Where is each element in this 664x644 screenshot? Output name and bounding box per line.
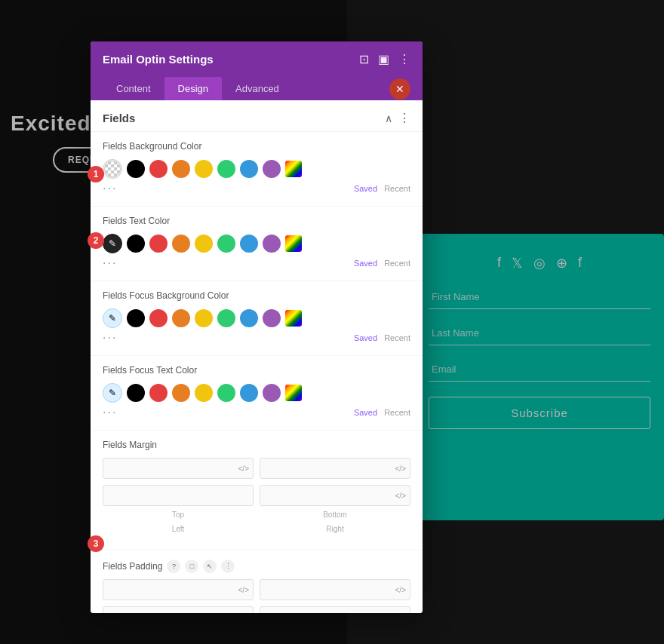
purple-swatch-2[interactable] [263, 309, 281, 327]
padding-top-icon: </> [238, 586, 249, 594]
red-swatch-1[interactable] [149, 235, 168, 253]
close-button[interactable]: ✕ [389, 78, 410, 100]
padding-label-row: Fields Padding ? □ ↖ ⋮ [103, 560, 410, 573]
fields-section-header: Fields ∧ ⋮ [91, 100, 423, 132]
red-swatch-3[interactable] [149, 384, 168, 402]
orange-swatch-3[interactable] [172, 384, 190, 402]
color-picker-3[interactable] [285, 385, 302, 401]
saved-recent-2: Saved Recent [354, 333, 410, 342]
purple-swatch-3[interactable] [263, 384, 281, 402]
transparent-swatch-0[interactable] [103, 159, 122, 179]
more-dots-1[interactable]: ··· [103, 256, 117, 270]
purple-swatch-1[interactable] [263, 235, 281, 253]
padding-bottom-input[interactable] [260, 579, 410, 600]
padding-top-input[interactable] [103, 579, 254, 600]
collapse-icon[interactable]: ∧ [385, 112, 392, 124]
padding-dots-btn[interactable]: ⋮ [221, 560, 235, 573]
fields-focus-bg-swatches: ✎ [103, 308, 410, 328]
saved-label-2: Saved [354, 333, 377, 342]
blue-swatch-1[interactable] [240, 235, 258, 253]
padding-help-btn[interactable]: ? [167, 560, 180, 573]
padding-link-btn[interactable]: □ [185, 560, 198, 573]
margin-right-group: </> [260, 485, 410, 506]
green-swatch-3[interactable] [217, 384, 235, 402]
yellow-swatch-2[interactable] [195, 309, 213, 327]
padding-right-group [260, 606, 410, 613]
red-swatch-0[interactable] [149, 160, 168, 178]
tab-content[interactable]: Content [103, 77, 164, 100]
fields-margin-setting: Fields Margin </> </> </> [91, 431, 423, 550]
more-dots-3[interactable]: ··· [103, 406, 117, 419]
badge-1: 1 [88, 166, 104, 182]
color-picker-2[interactable] [285, 310, 302, 327]
margin-bottom-group: </> [260, 458, 410, 479]
yellow-swatch-3[interactable] [195, 384, 213, 402]
saved-label-0: Saved [354, 184, 377, 193]
recent-label-2: Recent [384, 333, 410, 342]
columns-icon[interactable]: ▣ [378, 52, 389, 66]
black-swatch-3[interactable] [127, 384, 145, 402]
color-picker-0[interactable] [285, 161, 302, 177]
text-color-more-row: ··· Saved Recent [103, 253, 410, 271]
fields-bg-color-setting: Fields Background Color ··· Saved Recent [91, 132, 423, 207]
saved-recent-3: Saved Recent [354, 408, 410, 417]
blue-swatch-2[interactable] [240, 309, 258, 327]
expand-icon[interactable]: ⊡ [359, 52, 369, 66]
tab-advanced[interactable]: Advanced [222, 77, 293, 100]
black-swatch-1[interactable] [127, 235, 145, 253]
blue-swatch-0[interactable] [240, 160, 258, 178]
fields-focus-text-color-setting: Fields Focus Text Color ✎ ··· Saved Rece… [91, 356, 423, 431]
margin-bottom-icon: </> [395, 465, 406, 473]
badge-3: 3 [88, 535, 104, 552]
black-swatch-0[interactable] [127, 160, 145, 178]
color-picker-1[interactable] [285, 235, 302, 252]
eyedropper-2[interactable]: ✎ [103, 308, 122, 328]
more-options-icon[interactable]: ⋮ [398, 52, 410, 66]
badge-2: 2 [88, 232, 104, 249]
purple-swatch-0[interactable] [263, 160, 281, 178]
orange-swatch-0[interactable] [172, 160, 190, 178]
padding-right-input[interactable] [260, 606, 410, 613]
eyedropper-3[interactable]: ✎ [103, 383, 122, 403]
more-dots-2[interactable]: ··· [103, 331, 117, 345]
margin-left-label: Left [103, 525, 254, 533]
fields-padding-label: Fields Padding [103, 561, 162, 572]
margin-right-label: Right [260, 525, 410, 533]
fields-section-title: Fields [103, 112, 135, 124]
padding-left-input[interactable] [103, 606, 254, 613]
padding-inputs-grid: </> </> [103, 579, 410, 613]
margin-left-input[interactable] [103, 485, 254, 506]
bg-color-more-row: ··· Saved Recent [103, 179, 410, 197]
margin-left-group [103, 485, 254, 506]
panel-header: Email Optin Settings ⊡ ▣ ⋮ [91, 41, 423, 77]
margin-bottom-input[interactable] [260, 458, 410, 479]
fields-focus-bg-color-setting: Fields Focus Background Color ✎ ··· Save… [91, 281, 423, 356]
saved-label-1: Saved [354, 259, 377, 268]
margin-right-icon: </> [395, 492, 406, 500]
margin-top-input[interactable] [103, 458, 254, 479]
padding-bottom-group: </> [260, 579, 410, 600]
focus-bg-more-row: ··· Saved Recent [103, 328, 410, 346]
red-swatch-2[interactable] [149, 309, 168, 327]
yellow-swatch-0[interactable] [195, 160, 213, 178]
yellow-swatch-1[interactable] [195, 235, 213, 253]
black-swatch-2[interactable] [127, 309, 145, 327]
orange-swatch-1[interactable] [172, 235, 190, 253]
green-swatch-2[interactable] [217, 309, 235, 327]
section-options-icon[interactable]: ⋮ [398, 111, 410, 125]
green-swatch-1[interactable] [217, 235, 235, 253]
orange-swatch-2[interactable] [172, 309, 190, 327]
margin-top-icon: </> [238, 465, 249, 473]
fields-bg-color-label: Fields Background Color [103, 141, 410, 152]
transparent-color [104, 161, 121, 177]
eyedropper-active-1[interactable]: ✎ [103, 234, 122, 253]
saved-label-3: Saved [354, 408, 377, 417]
margin-inputs-grid: </> </> </> [103, 458, 410, 506]
padding-cursor-btn[interactable]: ↖ [203, 560, 217, 573]
fields-margin-label: Fields Margin [103, 440, 410, 450]
margin-right-input[interactable] [260, 485, 410, 506]
more-dots-0[interactable]: ··· [103, 182, 117, 195]
green-swatch-0[interactable] [217, 160, 235, 178]
blue-swatch-3[interactable] [240, 384, 258, 402]
tab-design[interactable]: Design [164, 77, 222, 100]
